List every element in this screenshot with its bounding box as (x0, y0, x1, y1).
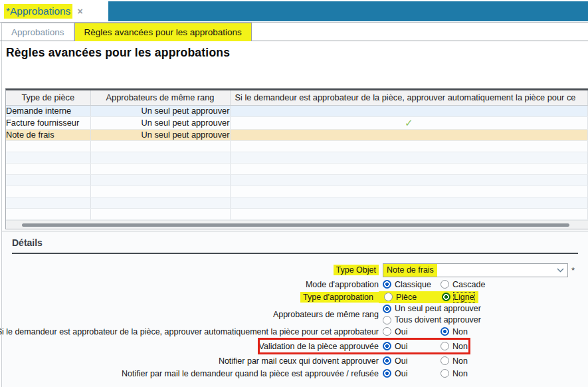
table-row-facture-fournisseur[interactable]: Facture fournisseur Un seul peut approuv… (6, 116, 588, 129)
table-row-empty[interactable] (6, 174, 588, 186)
notify-approvers-label: Notifier par mail ceux qui doivent appro… (219, 356, 379, 366)
radio-un-seul-peut-approuver[interactable]: Un seul peut approuver (383, 303, 481, 314)
chevron-down-icon (557, 268, 564, 273)
radio-icon[interactable] (441, 369, 449, 378)
radio-notify-approvers-oui[interactable]: Oui (383, 356, 441, 366)
table-row-note-de-frais-selected[interactable]: Note de frais Un seul peut approuver (6, 129, 588, 140)
radio-notify-requester-oui[interactable]: Oui (383, 369, 441, 378)
radio-icon[interactable] (383, 305, 391, 313)
table-empty-rows (6, 140, 588, 219)
radio-label: Pièce (396, 293, 417, 302)
table-header-row: Type de pièce Approbateurs de même rang … (6, 90, 588, 105)
field-type-approbation: Type d'approbation Pièce Ligne (2, 291, 588, 303)
auto-approve-label: Si le demandeur est approbateur de la pi… (0, 327, 379, 336)
table-body: Demande interne Un seul peut approuver F… (6, 105, 588, 140)
cell-auto-approve: ✓ (230, 116, 588, 129)
radio-label: Cascade (452, 280, 485, 289)
radio-auto-approve-non[interactable]: Non (441, 327, 468, 336)
radio-icon[interactable] (441, 280, 449, 289)
required-asterisk: * (571, 265, 575, 275)
radio-icon[interactable] (383, 356, 391, 365)
cell-type: Note de frais (6, 129, 90, 140)
type-objet-value: Note de frais (383, 264, 437, 277)
radio-label: Non (452, 342, 468, 351)
close-icon[interactable]: × (77, 7, 82, 16)
cell-approbateurs: Un seul peut approuver (90, 129, 230, 140)
type-approbation-label: Type d'approbation (300, 292, 379, 303)
titlebar-strip (108, 1, 588, 21)
radio-label: Oui (395, 356, 407, 366)
notify-requester-label: Notifier par mail le demandeur quand la … (122, 369, 379, 378)
radio-label: Non (452, 356, 468, 366)
table-row-empty[interactable] (6, 208, 588, 219)
radio-label: Oui (395, 327, 407, 336)
cell-type: Demande interne (6, 105, 90, 116)
field-approbateurs-meme-rang: Approbateurs de même rang Un seul peut a… (2, 303, 588, 325)
radio-icon[interactable] (441, 327, 449, 336)
sub-tab-bar: Approbations Règles avancées pour les ap… (0, 23, 588, 41)
radio-cascade[interactable]: Cascade (441, 280, 485, 289)
table-row-empty[interactable] (6, 186, 588, 197)
table-row-empty[interactable] (6, 140, 588, 152)
page-title: Règles avancées pour les approbations (6, 46, 230, 60)
field-validation-piece: Validation de la pièce approuvée Oui Non (2, 338, 588, 354)
col-header-type-piece[interactable]: Type de pièce (6, 90, 90, 105)
radio-icon[interactable] (441, 356, 449, 365)
horizontal-scrollbar[interactable] (6, 220, 588, 229)
radio-validation-oui[interactable]: Oui (383, 342, 441, 351)
radio-auto-approve-oui[interactable]: Oui (383, 327, 441, 336)
rules-table-panel: Type de pièce Approbateurs de même rang … (5, 88, 588, 229)
type-objet-dropdown[interactable]: Note de frais (383, 263, 568, 277)
table-row-empty[interactable] (6, 197, 588, 208)
radio-icon[interactable] (441, 342, 449, 350)
type-objet-label: Type Objet (334, 265, 379, 275)
details-title: Détails (12, 237, 578, 254)
radio-label: Oui (395, 369, 407, 378)
radio-label: Classique (395, 280, 431, 289)
field-auto-approve: Si le demandeur est approbateur de la pi… (2, 325, 588, 338)
radio-icon[interactable] (384, 293, 393, 301)
radio-piece[interactable]: Pièce (384, 293, 442, 302)
field-type-objet: Type Objet Note de frais * (2, 262, 588, 278)
radio-notify-requester-non[interactable]: Non (441, 369, 468, 378)
validation-label: Validation de la pièce approuvée (259, 342, 379, 351)
radio-icon[interactable] (442, 293, 450, 301)
cell-auto-approve (230, 105, 588, 116)
radio-label: Non (452, 327, 468, 336)
table-row-empty[interactable] (6, 152, 588, 163)
scrollbar-thumb[interactable] (22, 223, 569, 227)
mode-approbation-label: Mode d'approbation (306, 280, 379, 289)
radio-validation-non[interactable]: Non (441, 342, 468, 351)
cell-type: Facture fournisseur (6, 116, 90, 129)
radio-ligne[interactable]: Ligne (442, 293, 474, 302)
radio-icon[interactable] (383, 327, 391, 336)
field-notify-approvers: Notifier par mail ceux qui doivent appro… (2, 354, 588, 367)
radio-icon[interactable] (383, 316, 391, 324)
col-header-approbateurs[interactable]: Approbateurs de même rang (90, 90, 230, 105)
radio-label: Oui (395, 342, 407, 351)
document-tab-bar: *Approbations × (0, 0, 588, 23)
details-panel: Détails Type Objet Note de frais * Mode … (2, 231, 588, 387)
cell-approbateurs: Un seul peut approuver (90, 105, 230, 116)
radio-classique[interactable]: Classique (383, 280, 441, 289)
tab-approbations[interactable]: Approbations (1, 23, 74, 41)
cell-approbateurs: Un seul peut approuver (90, 116, 230, 129)
radio-label: Ligne (454, 293, 474, 302)
check-icon: ✓ (405, 117, 413, 128)
col-header-auto-approve[interactable]: Si le demandeur est approbateur de la pi… (230, 90, 588, 105)
radio-tous-doivent-approuver[interactable]: Tous doivent approuver (383, 315, 481, 325)
table-row-empty[interactable] (6, 163, 588, 174)
cell-auto-approve (230, 129, 588, 140)
doc-tab-approbations[interactable]: *Approbations × (0, 0, 88, 22)
doc-tab-label: *Approbations (4, 4, 72, 19)
radio-icon[interactable] (383, 342, 391, 350)
radio-icon[interactable] (383, 369, 391, 378)
field-mode-approbation: Mode d'approbation Classique Cascade (2, 278, 588, 291)
radio-label: Tous doivent approuver (395, 315, 481, 324)
radio-notify-approvers-non[interactable]: Non (441, 356, 468, 366)
table-row-demande-interne[interactable]: Demande interne Un seul peut approuver (6, 105, 588, 116)
tab-regles-avancees[interactable]: Règles avancées pour les approbations (74, 23, 252, 41)
radio-icon[interactable] (383, 280, 391, 289)
rules-table: Type de pièce Approbateurs de même rang … (6, 90, 588, 220)
radio-label: Un seul peut approuver (395, 304, 481, 313)
